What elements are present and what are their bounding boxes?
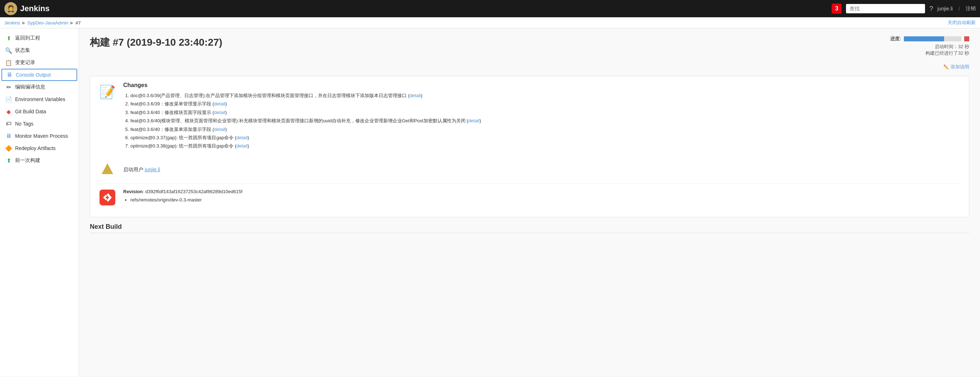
started-by-icon [97, 160, 118, 180]
return-project-icon: ⬆ [5, 35, 12, 42]
sidebar-item-git-build-data[interactable]: ◆ Git Build Data [0, 105, 79, 118]
revision-row: Revision: d392f6df143af16237253c42af8628… [97, 184, 962, 211]
build-title: 构建 #7 (2019-9-10 23:40:27) [90, 36, 223, 49]
sidebar-item-change-log[interactable]: 📋 变更记录 [0, 56, 79, 69]
sidebar-label-edit-compile: 编辑编译信息 [15, 84, 45, 90]
sidebar-item-redeploy-artifacts[interactable]: 🔶 Redeploy Artifacts [0, 142, 79, 154]
started-by-text: 启动用户 junjie.li [123, 166, 160, 173]
sidebar-item-edit-compile-info[interactable]: ✏ 编辑编译信息 [0, 81, 79, 93]
build-duration-label: 构建已经进行了32 秒 [890, 50, 969, 56]
changes-content: Changes doc@0.3.6/39(产品管理、日志管理):在产品管理下添加… [123, 82, 962, 150]
change-text-4: feat@0.3.6/40(模块管理、模块页面管理和企业管理):补充模块管理和模… [130, 118, 466, 123]
build-meta: 进度: 启动时间：32 秒 构建已经进行了32 秒 [890, 36, 969, 56]
progress-bar-container [904, 36, 961, 42]
sidebar-label-change-log: 变更记录 [15, 59, 35, 66]
detail-link-5[interactable]: detail [214, 127, 225, 132]
revision-hash: d392f6df143af16237253c42af86289d10ed615f [145, 189, 242, 194]
detail-link-2[interactable]: detail [214, 101, 225, 107]
git-logo [100, 190, 115, 205]
refs-list: refs/remotes/origin/dev-0.3-master [130, 196, 242, 204]
revision-content: Revision: d392f6df143af16237253c42af8628… [123, 187, 242, 204]
sidebar-label-status-set: 状态集 [15, 47, 30, 54]
username-label: junjie.li [937, 6, 953, 11]
environment-variables-icon: 📄 [5, 96, 12, 103]
changes-row: 📝 Changes doc@0.3.6/39(产品管理、日志管理):在产品管理下… [97, 82, 962, 150]
change-text-2: feat@0.3.6/39：修改菜单管理显示字段 [130, 101, 211, 107]
revision-label: Revision [123, 189, 143, 194]
changes-title: Changes [123, 82, 962, 88]
change-text-1: doc@0.3.6/39(产品管理、日志管理):在产品管理下添加模块分组管理和模… [130, 93, 407, 98]
logo[interactable]: 🤵 Jenkins [4, 2, 49, 15]
git-icon [97, 187, 118, 208]
list-item: feat@0.3.6/40：修改菜单添加显示字段 (detail) [130, 125, 962, 133]
search-input[interactable] [846, 4, 925, 13]
separator: I [958, 6, 960, 11]
add-comment-label: 添加说明 [951, 64, 969, 70]
changes-list: doc@0.3.6/39(产品管理、日志管理):在产品管理下添加模块分组管理和模… [130, 91, 962, 150]
progress-bar-fill [904, 36, 944, 42]
git-build-data-icon: ◆ [5, 108, 12, 115]
detail-link-1[interactable]: detail [409, 93, 421, 98]
detail-link-3[interactable]: detail [214, 110, 225, 115]
main-content: 构建 #7 (2019-9-10 23:40:27) 进度: 启动时间：32 秒… [79, 29, 980, 377]
change-log-icon: 📋 [5, 59, 12, 66]
detail-link-6[interactable]: detail [236, 135, 248, 140]
sidebar-item-status-set[interactable]: 🔍 状态集 [0, 44, 79, 56]
logout-button[interactable]: 注销 [966, 5, 976, 12]
breadcrumb-jenkins[interactable]: Jenkins [4, 20, 20, 26]
change-text-3: feat@0.3.6/40：修改模块页面字段显示 [130, 110, 211, 115]
sidebar-item-prev-build[interactable]: ⬆ 前一次构建 [0, 154, 79, 166]
start-time-label: 启动时间：32 秒 [890, 43, 969, 50]
main-layout: ⬆ 返回到工程 🔍 状态集 📋 变更记录 🖥 Console Output ✏ … [0, 29, 980, 377]
help-icon[interactable]: ? [929, 5, 933, 13]
sidebar-label-prev-build: 前一次构建 [15, 157, 40, 164]
revision-info: Revision: d392f6df143af16237253c42af8628… [123, 187, 242, 196]
prev-build-icon: ⬆ [5, 157, 12, 164]
breadcrumb: Jenkins ▶ SypDev-JavaAdmin ▶ #7 关闭自动刷新 [0, 17, 980, 29]
change-text-5: feat@0.3.6/40：修改菜单添加显示字段 [130, 127, 211, 132]
changes-section: 📝 Changes doc@0.3.6/39(产品管理、日志管理):在产品管理下… [90, 76, 969, 217]
header: 🤵 Jenkins 3 ? junjie.li I 注销 [0, 0, 980, 17]
list-item: feat@0.3.6/39：修改菜单管理显示字段 (detail) [130, 100, 962, 108]
list-item: optimize@0.3.38(gap): 统一胜因所有项目gap命令 (det… [130, 142, 962, 150]
sidebar-item-console-output[interactable]: 🖥 Console Output [2, 69, 77, 81]
sidebar-item-monitor-maven-process[interactable]: 🖥 Monitor Maven Process [0, 130, 79, 142]
started-user-link[interactable]: junjie.li [145, 166, 160, 172]
ref-item-1: refs/remotes/origin/dev-0.3-master [130, 197, 202, 203]
breadcrumb-project[interactable]: SypDev-JavaAdmin [27, 20, 68, 26]
detail-link-4[interactable]: detail [468, 118, 480, 123]
status-set-icon: 🔍 [5, 47, 12, 54]
edit-compile-icon: ✏ [5, 83, 12, 91]
notification-badge[interactable]: 3 [832, 3, 842, 14]
progress-label: 进度: [890, 36, 901, 42]
auto-refresh-toggle[interactable]: 关闭自动刷新 [948, 19, 976, 26]
started-by-label: 启动用户 [123, 166, 143, 172]
sidebar-label-return-project: 返回到工程 [15, 35, 40, 42]
detail-link-7[interactable]: detail [236, 143, 248, 149]
breadcrumb-sep-1: ▶ [22, 21, 25, 25]
build-header: 构建 #7 (2019-9-10 23:40:27) 进度: 启动时间：32 秒… [90, 36, 969, 56]
jenkins-icon: 🤵 [4, 2, 17, 15]
sidebar-label-redeploy-artifacts: Redeploy Artifacts [15, 145, 56, 151]
add-comment-link[interactable]: ✏️ 添加说明 [90, 64, 969, 70]
started-by-row: 启动用户 junjie.li [97, 156, 962, 184]
sidebar-label-git-build-data: Git Build Data [15, 109, 46, 114]
sidebar: ⬆ 返回到工程 🔍 状态集 📋 变更记录 🖥 Console Output ✏ … [0, 29, 79, 377]
sidebar-item-return-project[interactable]: ⬆ 返回到工程 [0, 32, 79, 44]
svg-rect-1 [101, 191, 114, 204]
sidebar-item-environment-variables[interactable]: 📄 Environment Variables [0, 93, 79, 105]
progress-stop-button[interactable] [964, 36, 969, 42]
sidebar-label-console-output: Console Output [16, 72, 51, 78]
list-item: feat@0.3.6/40(模块管理、模块页面管理和企业管理):补充模块管理和模… [130, 117, 962, 125]
list-item: optimize@0.3.37(gap): 统一胜因所有项目gap命令 (det… [130, 133, 962, 142]
breadcrumb-sep-2: ▶ [70, 21, 73, 25]
progress-row: 进度: [890, 36, 969, 42]
list-item: doc@0.3.6/39(产品管理、日志管理):在产品管理下添加模块分组管理和模… [130, 91, 962, 100]
change-text-6: optimize@0.3.37(gap): 统一胜因所有项目gap命令 [130, 135, 234, 140]
list-item: refs/remotes/origin/dev-0.3-master [130, 196, 242, 204]
sidebar-item-no-tags[interactable]: 🏷 No Tags [0, 118, 79, 130]
no-tags-icon: 🏷 [5, 120, 12, 127]
changes-icon: 📝 [97, 82, 118, 102]
sidebar-label-no-tags: No Tags [15, 121, 33, 127]
console-output-icon: 🖥 [6, 71, 13, 78]
